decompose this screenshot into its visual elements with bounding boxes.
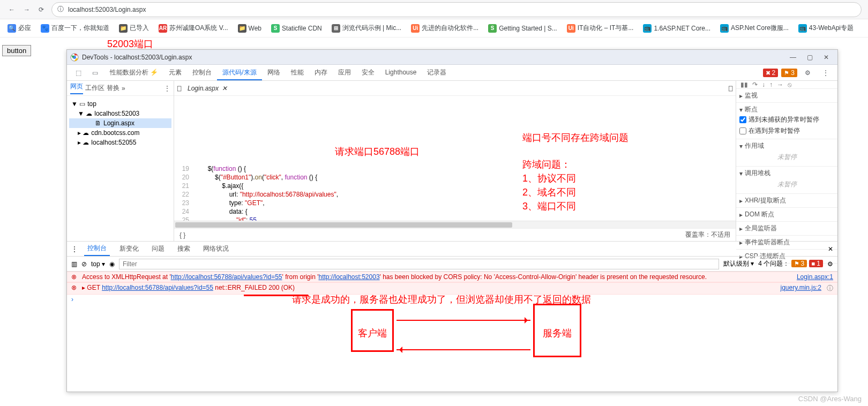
devtools-tab[interactable]: 网络 [262,65,286,79]
gear-icon[interactable]: ⚙ [827,260,833,268]
devtools-titlebar: DevTools - localhost:52003/Login.aspx — … [67,50,837,65]
bookmark-bar: 🔍必应🐾百度一下，你就知道📁已导入AR苏州诚隆OA系统 V...📁WebSSta… [0,19,868,37]
devtools-tab[interactable]: 控制台 [187,65,217,79]
context-select[interactable]: top ▾ [91,260,105,268]
devtools-tab[interactable]: 性能 [286,65,309,79]
bp-uncaught-checkbox[interactable]: 遇到未捕获的异常时暂停 [739,114,834,125]
debugger-pane: ▮▮ ↷ ↓ ↑ → ⦸ ▸ 监视 ▾ 断点 遇到未捕获的异常时暂停 在遇到异常… [736,81,837,241]
devtools-tab[interactable]: 内存 [309,65,333,79]
drawer-tab-issues[interactable]: 问题 [148,242,168,255]
bookmark-item[interactable]: ⊞浏览代码示例 | Mic... [328,21,405,35]
nav-back-icon[interactable]: ← [4,4,19,16]
bookmark-item[interactable]: 📺43-WebApi专题 [795,21,857,35]
kebab-icon[interactable]: ⋮ [818,67,833,79]
browser-toolbar: ← → ⟳ ⓘ localhost:52003/Login.aspx [0,0,868,19]
bp-caught-checkbox[interactable]: 在遇到异常时暂停 [739,125,834,137]
chrome-icon [70,53,79,62]
drawer-tab-network[interactable]: 网络状况 [200,242,232,255]
nav-forward-icon[interactable]: → [19,4,34,16]
devtools-window: DevTools - localhost:52003/Login.aspx — … [66,49,838,392]
bookmark-item[interactable]: 🔍必应 [4,21,34,35]
link[interactable]: http://localhost:56788/api/values?id=55 [102,284,213,291]
devtools-tab[interactable]: 应用 [333,65,356,79]
devtools-tab[interactable]: 记录器 [422,65,452,79]
devtools-tab[interactable]: Lighthouse [380,65,422,79]
devtools-tab[interactable]: 源代码/来源 [217,65,261,80]
window-min-icon[interactable]: — [784,51,802,63]
step-over-icon[interactable]: ↷ [752,81,758,88]
devtools-tabbar: ⬚ ▭ 性能数据分析 ⚡元素控制台源代码/来源网络性能内存应用安全Lightho… [67,65,837,81]
gear-icon[interactable]: ⚙ [800,67,815,79]
bookmark-item[interactable]: 📁Web [235,22,265,35]
device-icon[interactable]: ▭ [88,67,102,79]
close-drawer-icon[interactable]: ✕ [828,245,833,253]
eye-icon[interactable]: ◉ [109,260,115,268]
bookmark-item[interactable]: SGetting Started | S... [485,22,560,35]
source-link[interactable]: Login.aspx:1 [797,273,833,281]
drawer-tabs: ⋮ 控制台 新变化 问题 搜索 网络状况 ✕ [67,242,837,257]
step-icon[interactable]: → [777,81,783,88]
bookmark-item[interactable]: SStaticfile CDN [268,22,325,35]
pause-icon[interactable]: ▮▮ [740,81,748,88]
annotation-server-box: 服务端 [533,304,581,357]
inspect-icon[interactable]: ⬚ [71,67,86,79]
bookmark-item[interactable]: 📁已导入 [116,21,152,35]
watermark: CSDN @Ares-Wang [798,395,862,403]
drawer-tab-console[interactable]: 控制台 [84,242,110,256]
prompt-icon: › [71,296,79,303]
console-body[interactable]: ⊗ Access to XMLHttpRequest at 'http://lo… [67,272,837,392]
nav-tab-page[interactable]: 网页 [70,82,83,94]
console-filter-input[interactable] [119,259,719,269]
bookmark-item[interactable]: UiIT自动化 – IT与基... [564,21,637,35]
kebab-icon[interactable]: ⋮ [164,85,170,92]
sidebar-toggle-icon[interactable]: ⎕ [177,85,181,92]
annotation-cors-title: 端口号不同存在跨域问题 [522,133,628,142]
level-select[interactable]: 默认级别 ▾ [723,259,754,268]
bookmark-item[interactable]: 🐾百度一下，你就知道 [38,21,113,35]
devtools-tab[interactable]: 元素 [163,65,187,79]
link[interactable]: http://localhost:56788/api/values?id=55 [171,273,282,281]
page-button[interactable]: button [2,45,31,56]
drawer-tab-search[interactable]: 搜索 [174,242,193,255]
annotation-request-port: 请求端口56788端口 [335,147,420,156]
error-count-badge[interactable]: ✖ 2 [763,69,779,77]
drawer-tab-changes[interactable]: 新变化 [116,242,142,255]
nav-tab-workspace[interactable]: 工作区 [85,84,104,93]
nav-tab-overrides[interactable]: 替换 [107,84,119,93]
sidebar-toggle-right-icon[interactable]: ⎕ [729,85,732,92]
close-icon[interactable]: ✕ [222,85,227,92]
window-close-icon[interactable]: ✕ [818,51,834,63]
link[interactable]: http://localhost:52003 [318,273,379,281]
clear-console-icon[interactable]: ⊘ [81,260,87,268]
warn-count-badge[interactable]: ⚑ 3 [781,69,797,77]
site-info-icon[interactable]: ⓘ [57,5,64,14]
info-icon[interactable]: ⓘ [827,284,833,293]
bookmark-item[interactable]: AR苏州诚隆OA系统 V... [155,21,231,35]
nav-reload-icon[interactable]: ⟳ [34,4,48,16]
window-max-icon[interactable]: ▢ [802,51,818,63]
sources-navigator: 网页 工作区 替换 » ⋮ ▼ ▭top ▼ ☁localhost:52003 … [67,81,174,241]
address-bar[interactable]: ⓘ localhost:52003/Login.aspx [51,2,862,17]
devtools-tab[interactable]: 安全 [356,65,380,79]
code-editor[interactable]: 请求端口56788端口 端口号不同存在跨域问题 跨域问题： 1、协议不同 2、域… [174,96,736,221]
step-into-icon[interactable]: ↓ [762,81,765,88]
step-out-icon[interactable]: ↑ [769,81,773,88]
sidebar-toggle-icon[interactable]: ▥ [71,260,77,268]
kebab-icon[interactable]: ⋮ [71,245,78,253]
bookmark-item[interactable]: 📺ASP.Net Core微服... [717,21,792,35]
annotation-client-box: 客户端 [351,309,394,352]
source-link[interactable]: jquery.min.js:2 [781,284,821,291]
address-url: localhost:52003/Login.aspx [68,6,146,13]
file-tab-login[interactable]: Login.aspx✕ [184,84,230,93]
bookmark-item[interactable]: 📺1.6ASP.NET Core... [640,22,714,35]
nav-tab-more[interactable]: » [122,85,125,92]
arrow-icon [396,349,530,350]
devtools-tab[interactable]: 性能数据分析 ⚡ [104,65,163,79]
arrow-icon [396,320,530,321]
file-tree[interactable]: ▼ ▭top ▼ ☁localhost:52003 🗎Login.aspx ▸ … [67,96,174,151]
bookmark-item[interactable]: Ui先进的自动化软件... [408,21,482,35]
h-scrollbar[interactable] [174,221,736,228]
deactivate-bp-icon[interactable]: ⦸ [788,81,792,88]
issues-label[interactable]: 4 个问题： ⚑ 3 ■ 1 [758,259,823,268]
pretty-print-icon[interactable]: { } [179,231,185,239]
